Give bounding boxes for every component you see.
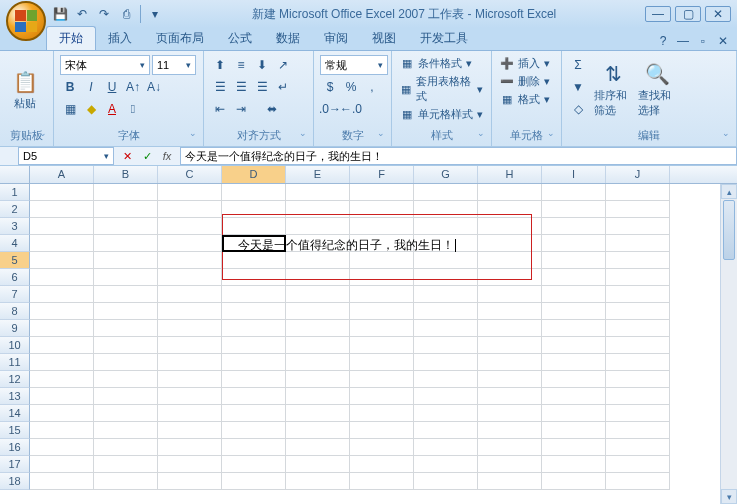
cell-G6[interactable] — [414, 269, 478, 286]
cell-F15[interactable] — [350, 422, 414, 439]
cell-J6[interactable] — [606, 269, 670, 286]
cell-E7[interactable] — [286, 286, 350, 303]
cell-A1[interactable] — [30, 184, 94, 201]
cell-A15[interactable] — [30, 422, 94, 439]
cell-I14[interactable] — [542, 405, 606, 422]
cell-G5[interactable] — [414, 252, 478, 269]
mdi-restore-icon[interactable]: ▫ — [695, 34, 711, 48]
minimize-button[interactable]: — — [645, 6, 671, 22]
cell-B3[interactable] — [94, 218, 158, 235]
align-top-button[interactable]: ⬆ — [210, 55, 230, 75]
cell-A17[interactable] — [30, 456, 94, 473]
find-select-button[interactable]: 🔍 查找和选择 — [636, 53, 678, 127]
cell-D14[interactable] — [222, 405, 286, 422]
cell-H14[interactable] — [478, 405, 542, 422]
fill-button[interactable]: ▼ — [568, 77, 588, 97]
name-box[interactable]: D5▾ — [18, 147, 114, 165]
cell-I18[interactable] — [542, 473, 606, 490]
row-header-10[interactable]: 10 — [0, 337, 30, 354]
cell-C4[interactable] — [158, 235, 222, 252]
cell-E17[interactable] — [286, 456, 350, 473]
currency-button[interactable]: $ — [320, 77, 340, 97]
cell-A9[interactable] — [30, 320, 94, 337]
cell-F5[interactable] — [350, 252, 414, 269]
tab-developer[interactable]: 开发工具 — [408, 27, 480, 50]
shrink-font-button[interactable]: A↓ — [144, 77, 164, 97]
cell-J3[interactable] — [606, 218, 670, 235]
cell-H6[interactable] — [478, 269, 542, 286]
border-button[interactable]: ▦ — [60, 99, 80, 119]
row-header-8[interactable]: 8 — [0, 303, 30, 320]
fx-icon[interactable]: fx — [158, 148, 176, 164]
cell-B17[interactable] — [94, 456, 158, 473]
comma-button[interactable]: , — [362, 77, 382, 97]
col-header-D[interactable]: D — [222, 166, 286, 183]
cell-C2[interactable] — [158, 201, 222, 218]
decrease-decimal-button[interactable]: ←.0 — [341, 99, 361, 119]
cell-F16[interactable] — [350, 439, 414, 456]
cell-H5[interactable] — [478, 252, 542, 269]
cell-I17[interactable] — [542, 456, 606, 473]
cell-D17[interactable] — [222, 456, 286, 473]
italic-button[interactable]: I — [81, 77, 101, 97]
increase-decimal-button[interactable]: .0→ — [320, 99, 340, 119]
bold-button[interactable]: B — [60, 77, 80, 97]
cell-I1[interactable] — [542, 184, 606, 201]
row-header-18[interactable]: 18 — [0, 473, 30, 490]
cell-F17[interactable] — [350, 456, 414, 473]
align-center-button[interactable]: ☰ — [231, 77, 251, 97]
row-header-13[interactable]: 13 — [0, 388, 30, 405]
format-table-button[interactable]: ▦套用表格格式▾ — [398, 73, 485, 105]
cell-B13[interactable] — [94, 388, 158, 405]
cell-styles-button[interactable]: ▦单元格样式▾ — [398, 106, 485, 123]
cell-B18[interactable] — [94, 473, 158, 490]
cell-C8[interactable] — [158, 303, 222, 320]
formula-input[interactable]: 今天是一个值得纪念的日子，我的生日！ — [180, 147, 737, 165]
cell-J15[interactable] — [606, 422, 670, 439]
font-color-button[interactable]: A — [102, 99, 122, 119]
cell-I4[interactable] — [542, 235, 606, 252]
cell-G16[interactable] — [414, 439, 478, 456]
cell-F11[interactable] — [350, 354, 414, 371]
cell-J11[interactable] — [606, 354, 670, 371]
align-left-button[interactable]: ☰ — [210, 77, 230, 97]
cell-E10[interactable] — [286, 337, 350, 354]
cell-C7[interactable] — [158, 286, 222, 303]
cell-I11[interactable] — [542, 354, 606, 371]
clear-button[interactable]: ◇ — [568, 99, 588, 119]
cell-F7[interactable] — [350, 286, 414, 303]
tab-data[interactable]: 数据 — [264, 27, 312, 50]
cell-G9[interactable] — [414, 320, 478, 337]
cell-J12[interactable] — [606, 371, 670, 388]
cell-A3[interactable] — [30, 218, 94, 235]
cell-E12[interactable] — [286, 371, 350, 388]
cell-I9[interactable] — [542, 320, 606, 337]
orientation-button[interactable]: ↗ — [273, 55, 293, 75]
cell-J5[interactable] — [606, 252, 670, 269]
cell-E13[interactable] — [286, 388, 350, 405]
enter-icon[interactable]: ✓ — [138, 148, 156, 164]
cell-D13[interactable] — [222, 388, 286, 405]
align-right-button[interactable]: ☰ — [252, 77, 272, 97]
cell-A2[interactable] — [30, 201, 94, 218]
cell-J9[interactable] — [606, 320, 670, 337]
cell-E3[interactable] — [286, 218, 350, 235]
cell-H1[interactable] — [478, 184, 542, 201]
close-button[interactable]: ✕ — [705, 6, 731, 22]
cell-A6[interactable] — [30, 269, 94, 286]
cell-E16[interactable] — [286, 439, 350, 456]
cell-B6[interactable] — [94, 269, 158, 286]
cell-D15[interactable] — [222, 422, 286, 439]
cell-B12[interactable] — [94, 371, 158, 388]
cell-B1[interactable] — [94, 184, 158, 201]
align-middle-button[interactable]: ≡ — [231, 55, 251, 75]
mdi-close-icon[interactable]: ✕ — [715, 34, 731, 48]
conditional-format-button[interactable]: ▦条件格式▾ — [398, 55, 485, 72]
cell-E14[interactable] — [286, 405, 350, 422]
font-name-combo[interactable]: 宋体▾ — [60, 55, 150, 75]
col-header-J[interactable]: J — [606, 166, 670, 183]
merge-button[interactable]: ⬌ — [252, 99, 292, 119]
row-header-14[interactable]: 14 — [0, 405, 30, 422]
cell-C11[interactable] — [158, 354, 222, 371]
cell-G13[interactable] — [414, 388, 478, 405]
